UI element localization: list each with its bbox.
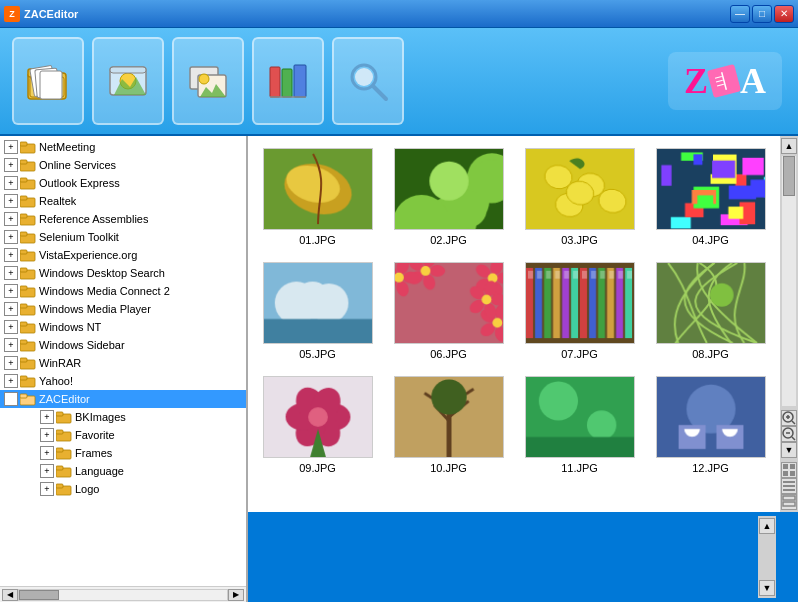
scroll-left-button[interactable]: ◀ — [2, 589, 18, 601]
scroll-up-button[interactable]: ▲ — [781, 138, 797, 154]
tree-item[interactable]: + NetMeeting — [0, 138, 246, 156]
tree-item[interactable]: + Logo — [0, 480, 246, 498]
image-cell[interactable]: 09.JPG — [256, 372, 379, 478]
image-cell[interactable]: 01.JPG — [256, 144, 379, 250]
tree-item[interactable]: + Selenium Toolkit — [0, 228, 246, 246]
h-scroll-thumb[interactable] — [19, 590, 59, 600]
tree-item[interactable]: + Outlook Express — [0, 174, 246, 192]
svg-line-70 — [792, 437, 795, 440]
h-scroll-track[interactable] — [18, 589, 228, 601]
image-label: 10.JPG — [430, 462, 467, 474]
tree-item[interactable]: + VistaExperience.org — [0, 246, 246, 264]
logo-book-icon — [707, 64, 741, 98]
zoom-in-button[interactable] — [781, 410, 797, 426]
tree-item[interactable]: + Realtek — [0, 192, 246, 210]
image-label: 04.JPG — [692, 234, 729, 246]
right-vertical-scrollbar[interactable]: ▲ ▼ — [780, 136, 798, 512]
tree-label: ZACEditor — [39, 393, 90, 405]
image-cell[interactable]: 10.JPG — [387, 372, 510, 478]
tree-item[interactable]: + Windows NT — [0, 318, 246, 336]
tree-label: Windows NT — [39, 321, 101, 333]
tree-expander[interactable]: + — [4, 284, 18, 298]
minimize-button[interactable]: — — [730, 5, 750, 23]
tree-item[interactable]: + Windows Media Connect 2 — [0, 282, 246, 300]
tree-expander[interactable]: + — [40, 482, 54, 496]
toolbar-image2-button[interactable] — [172, 37, 244, 125]
tree-item[interactable]: + Yahoo! — [0, 372, 246, 390]
tree-expander[interactable]: + — [40, 428, 54, 442]
svg-rect-74 — [790, 471, 795, 476]
tree-view[interactable]: + NetMeeting+ Online Services+ Outlook E… — [0, 136, 246, 586]
tree-expander[interactable]: + — [4, 194, 18, 208]
svg-rect-35 — [20, 232, 27, 236]
tree-expander[interactable]: − — [4, 392, 18, 406]
tree-item[interactable]: + Frames — [0, 444, 246, 462]
svg-point-11 — [199, 74, 209, 84]
tree-expander[interactable]: + — [4, 176, 18, 190]
image-cell[interactable]: 03.JPG — [518, 144, 641, 250]
svg-rect-51 — [20, 376, 27, 380]
image-cell[interactable]: 06.JPG — [387, 258, 510, 364]
tree-expander[interactable]: + — [4, 158, 18, 172]
bottom-scroll-up[interactable]: ▲ — [759, 518, 775, 534]
svg-rect-12 — [270, 67, 280, 97]
tree-item[interactable]: + Windows Sidebar — [0, 336, 246, 354]
folder-icon — [20, 356, 36, 370]
tree-expander[interactable]: + — [4, 374, 18, 388]
view-button-3[interactable] — [781, 494, 797, 510]
image-cell[interactable]: 05.JPG — [256, 258, 379, 364]
maximize-button[interactable]: □ — [752, 5, 772, 23]
tree-expander[interactable]: + — [4, 248, 18, 262]
right-panel: 01.JPG02.JPG03.JPG04.JPG05.JPG06.JPG07.J… — [248, 136, 798, 602]
tree-expander[interactable]: + — [4, 140, 18, 154]
image-cell[interactable]: 07.JPG — [518, 258, 641, 364]
image-cell[interactable]: 02.JPG — [387, 144, 510, 250]
tree-expander[interactable]: + — [40, 446, 54, 460]
tree-item[interactable]: + WinRAR — [0, 354, 246, 372]
tree-item[interactable]: + Favorite — [0, 426, 246, 444]
close-button[interactable]: ✕ — [774, 5, 794, 23]
scroll-thumb[interactable] — [783, 156, 795, 196]
tree-expander[interactable]: + — [4, 266, 18, 280]
folder-icon — [20, 176, 36, 190]
toolbar-open-button[interactable] — [12, 37, 84, 125]
tree-item[interactable]: + Language — [0, 462, 246, 480]
tree-expander[interactable]: + — [4, 356, 18, 370]
scroll-right-button[interactable]: ▶ — [228, 589, 244, 601]
tree-label: Favorite — [75, 429, 115, 441]
scroll-track[interactable] — [782, 156, 796, 406]
tree-item[interactable]: + BKImages — [0, 408, 246, 426]
tree-item[interactable]: + Windows Media Player — [0, 300, 246, 318]
tree-expander[interactable]: + — [40, 464, 54, 478]
tree-expander[interactable]: + — [4, 302, 18, 316]
tree-expander[interactable]: + — [4, 320, 18, 334]
image-cell[interactable]: 04.JPG — [649, 144, 772, 250]
tree-horizontal-scrollbar[interactable]: ◀ ▶ — [0, 586, 246, 602]
svg-rect-37 — [20, 250, 27, 254]
tree-expander[interactable]: + — [4, 230, 18, 244]
zoom-out-button[interactable] — [781, 426, 797, 442]
toolbar-search-button[interactable] — [332, 37, 404, 125]
view-button-2[interactable] — [781, 478, 797, 494]
image-cell[interactable]: 12.JPG — [649, 372, 772, 478]
magnify-icon — [344, 57, 392, 105]
toolbar-photo-button[interactable] — [92, 37, 164, 125]
image-cell[interactable]: 08.JPG — [649, 258, 772, 364]
tree-item[interactable]: + Windows Desktop Search — [0, 264, 246, 282]
svg-rect-49 — [20, 358, 27, 362]
toolbar-books-button[interactable] — [252, 37, 324, 125]
view-button-1[interactable] — [781, 462, 797, 478]
image-cell[interactable]: 11.JPG — [518, 372, 641, 478]
tree-item[interactable]: + Online Services — [0, 156, 246, 174]
tree-expander[interactable]: + — [4, 338, 18, 352]
tree-label: Language — [75, 465, 124, 477]
tree-item[interactable]: + Reference Assemblies — [0, 210, 246, 228]
folder-icon — [20, 194, 36, 208]
bottom-right-scrollbar[interactable]: ▲ ▼ — [758, 516, 776, 598]
tree-expander[interactable]: + — [40, 410, 54, 424]
scroll-down-button[interactable]: ▼ — [781, 442, 797, 458]
folder-icon — [20, 374, 36, 388]
tree-item[interactable]: − ZACEditor — [0, 390, 246, 408]
tree-expander[interactable]: + — [4, 212, 18, 226]
bottom-scroll-down[interactable]: ▼ — [759, 580, 775, 596]
